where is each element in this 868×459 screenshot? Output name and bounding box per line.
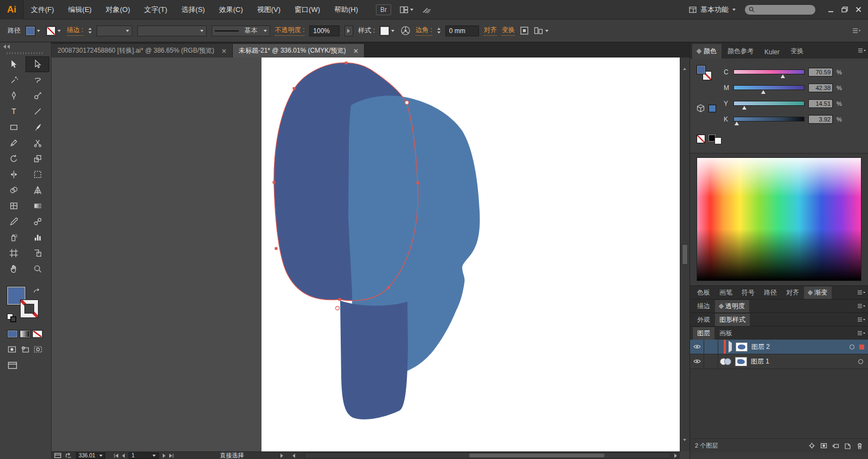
layer-name[interactable]: 图层 2	[751, 342, 770, 352]
eyedropper-tool[interactable]	[2, 214, 25, 229]
cyan-value-field[interactable]: 70.59	[808, 68, 833, 76]
yellow-slider[interactable]	[733, 101, 805, 106]
tab-transform[interactable]: 变换	[786, 44, 808, 59]
slider-thumb[interactable]	[761, 90, 765, 94]
panel-menu-icon[interactable]	[857, 290, 865, 296]
white-swatch[interactable]	[714, 137, 722, 144]
tab-swatches[interactable]: 色板	[693, 286, 714, 299]
paintbrush-tool[interactable]	[25, 119, 49, 135]
menu-type[interactable]: 文字(T)	[137, 0, 175, 20]
layer-thumbnail[interactable]	[736, 342, 748, 352]
layer-name[interactable]: 图层 1	[751, 357, 769, 366]
recolor-artwork-icon[interactable]	[400, 25, 411, 36]
visibility-cell[interactable]	[690, 340, 704, 354]
transform-link[interactable]: 变换	[502, 25, 515, 36]
rotate-tool[interactable]	[2, 151, 25, 167]
search-box[interactable]	[744, 4, 816, 15]
slider-thumb[interactable]	[735, 122, 739, 125]
stroke-color-box[interactable]	[20, 299, 39, 318]
target-circle-icon[interactable]	[858, 359, 863, 364]
cs-live-icon[interactable]	[422, 6, 432, 14]
scissors-tool[interactable]	[25, 135, 49, 151]
document-tab[interactable]: 2008730172458860 [转换].ai* @ 386.65% (RGB…	[52, 44, 233, 58]
vertical-scrollbar[interactable]	[680, 58, 690, 451]
blend-tool[interactable]	[25, 214, 49, 229]
draw-normal-icon[interactable]	[6, 345, 18, 354]
scroll-left-icon[interactable]	[292, 454, 295, 458]
tab-align[interactable]: 对齐	[782, 286, 803, 299]
visibility-cell[interactable]	[690, 354, 704, 368]
artboard-tool[interactable]	[2, 245, 25, 261]
restore-button[interactable]	[841, 7, 848, 12]
black-value-field[interactable]: 3.92	[808, 115, 833, 124]
cyan-slider[interactable]	[733, 69, 805, 74]
tab-transparency[interactable]: 透明度	[715, 300, 749, 313]
menu-view[interactable]: 视图(V)	[250, 0, 288, 20]
swap-fill-stroke-icon[interactable]	[33, 288, 40, 295]
stroke-color-swatch[interactable]	[46, 26, 62, 36]
draw-behind-icon[interactable]	[19, 345, 31, 354]
screen-mode-button[interactable]	[7, 361, 51, 369]
corner-stepper[interactable]	[437, 28, 441, 34]
lasso-tool[interactable]	[25, 72, 49, 88]
new-layer-icon[interactable]	[844, 442, 851, 449]
align-options-button[interactable]	[534, 27, 548, 35]
status-misc-icon-1[interactable]	[54, 452, 61, 458]
direct-selection-tool[interactable]	[25, 56, 49, 72]
yellow-value-field[interactable]: 14.51	[808, 99, 833, 108]
tab-layers[interactable]: 图层	[693, 327, 714, 340]
free-transform-tool[interactable]	[25, 167, 49, 182]
scroll-up-icon[interactable]	[683, 60, 686, 68]
gradient-tool[interactable]	[25, 198, 49, 214]
corner-field[interactable]: 0 mm	[445, 25, 479, 36]
scroll-down-icon[interactable]	[683, 441, 686, 449]
magenta-value-field[interactable]: 42.38	[808, 84, 833, 92]
black-slider[interactable]	[733, 117, 805, 122]
dark-blue-neck-shape[interactable]	[340, 301, 408, 419]
expand-layer-icon[interactable]	[729, 343, 732, 350]
hand-tool[interactable]	[2, 261, 25, 277]
layer-thumbnail[interactable]	[735, 357, 747, 366]
magic-wand-tool[interactable]	[2, 72, 25, 88]
tab-pathfinder[interactable]: 路径	[760, 286, 781, 299]
control-panel-menu-icon[interactable]	[852, 28, 860, 34]
none-button[interactable]	[32, 330, 43, 338]
panel-fill-swatch[interactable]	[697, 65, 706, 74]
vertical-scroll-thumb[interactable]	[682, 244, 688, 265]
line-segment-tool[interactable]	[25, 104, 49, 119]
opacity-field[interactable]: 100%	[309, 25, 340, 36]
document-tab-active[interactable]: 未标题-21* @ 336.01% (CMYK/预览)	[233, 44, 365, 58]
horizontal-scrollbar[interactable]	[304, 452, 671, 458]
out-of-web-color-icon[interactable]	[697, 104, 705, 112]
stroke-weight-dropdown[interactable]	[97, 25, 132, 36]
tab-kuler[interactable]: Kuler	[760, 46, 784, 59]
color-spectrum[interactable]	[697, 157, 861, 281]
close-icon[interactable]	[222, 49, 226, 53]
gradient-button[interactable]	[20, 330, 30, 338]
last-artboard-icon[interactable]	[169, 454, 174, 458]
mesh-tool[interactable]	[2, 198, 25, 214]
status-expand-icon[interactable]	[280, 454, 283, 458]
tab-gradient[interactable]: 渐变	[804, 286, 832, 299]
target-circle-icon[interactable]	[850, 345, 854, 349]
stroke-weight-stepper[interactable]	[88, 28, 92, 34]
selection-tool[interactable]	[2, 56, 25, 72]
search-input[interactable]	[757, 6, 812, 14]
shape-builder-tool[interactable]	[2, 182, 25, 198]
locate-object-icon[interactable]	[808, 442, 815, 449]
tab-artboards[interactable]: 画板	[715, 327, 737, 340]
slider-thumb[interactable]	[781, 74, 785, 78]
zoom-tool[interactable]	[25, 261, 49, 277]
none-swatch[interactable]	[697, 135, 705, 143]
fill-color-swatch[interactable]	[25, 26, 41, 36]
panel-menu-icon[interactable]	[857, 317, 865, 323]
column-graph-tool[interactable]	[25, 229, 49, 245]
panel-menu-icon[interactable]	[857, 303, 865, 309]
workspace-switcher[interactable]: 基本功能	[689, 5, 736, 15]
tab-brushes[interactable]: 画笔	[715, 286, 737, 299]
previous-artboard-icon[interactable]	[122, 454, 125, 458]
status-misc-icon-2[interactable]	[65, 452, 72, 458]
delete-layer-icon[interactable]	[856, 442, 863, 449]
menu-effect[interactable]: 效果(C)	[212, 0, 250, 20]
close-icon[interactable]	[354, 49, 358, 53]
